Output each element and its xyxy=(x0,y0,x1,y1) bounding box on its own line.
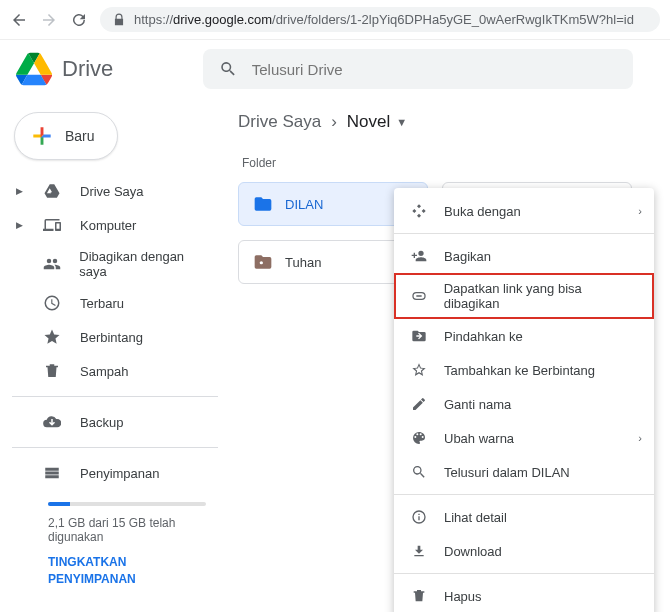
chevron-down-icon: ▼ xyxy=(396,116,407,128)
search-input[interactable] xyxy=(252,61,618,78)
link-icon xyxy=(410,287,428,305)
ctx-open-with[interactable]: Buka dengan › xyxy=(394,194,654,228)
sidebar: Baru ▶ Drive Saya ▶ Komputer Dibagikan d… xyxy=(0,98,222,612)
forward-icon[interactable] xyxy=(40,11,58,29)
lock-icon xyxy=(112,13,126,27)
sidebar-item-storage[interactable]: Penyimpanan xyxy=(8,456,222,490)
devices-icon xyxy=(42,215,62,235)
ctx-color[interactable]: Ubah warna › xyxy=(394,421,654,455)
trash-icon xyxy=(42,361,62,381)
breadcrumb: Drive Saya › Novel ▼ xyxy=(238,106,654,150)
divider xyxy=(394,233,654,234)
ctx-get-link[interactable]: Dapatkan link yang bisa dibagikan xyxy=(394,273,654,319)
sidebar-label: Backup xyxy=(80,415,123,430)
url-text: https://drive.google.com/drive/folders/1… xyxy=(134,12,634,27)
new-button[interactable]: Baru xyxy=(14,112,118,160)
upgrade-storage-link[interactable]: TINGKATKAN PENYIMPANAN xyxy=(48,554,206,588)
sidebar-item-shared[interactable]: Dibagikan dengan saya xyxy=(8,242,222,286)
star-outline-icon xyxy=(410,361,428,379)
sidebar-item-trash[interactable]: Sampah xyxy=(8,354,222,388)
chevron-right-icon: › xyxy=(638,205,642,217)
ctx-delete[interactable]: Hapus xyxy=(394,579,654,612)
info-icon xyxy=(410,508,428,526)
star-icon xyxy=(42,327,62,347)
search-icon xyxy=(410,463,428,481)
ctx-search-in[interactable]: Telusuri dalam DILAN xyxy=(394,455,654,489)
ctx-share[interactable]: Bagikan xyxy=(394,239,654,273)
new-button-label: Baru xyxy=(65,128,95,144)
ctx-download[interactable]: Download xyxy=(394,534,654,568)
move-icon xyxy=(410,327,428,345)
divider xyxy=(12,447,218,448)
drive-icon xyxy=(42,181,62,201)
plus-icon xyxy=(29,123,55,149)
reload-icon[interactable] xyxy=(70,11,88,29)
back-icon[interactable] xyxy=(10,11,28,29)
folder-name: DILAN xyxy=(285,197,323,212)
drive-logo-icon xyxy=(16,51,52,87)
chevron-right-icon: › xyxy=(638,432,642,444)
browser-bar: https://drive.google.com/drive/folders/1… xyxy=(0,0,670,40)
person-add-icon xyxy=(410,247,428,265)
context-menu: Buka dengan › Bagikan Dapatkan link yang… xyxy=(394,188,654,612)
section-label: Folder xyxy=(238,150,654,182)
sidebar-label: Sampah xyxy=(80,364,128,379)
search-icon xyxy=(219,59,237,79)
palette-icon xyxy=(410,429,428,447)
divider xyxy=(394,494,654,495)
people-icon xyxy=(42,254,62,274)
sidebar-item-computers[interactable]: ▶ Komputer xyxy=(8,208,222,242)
clock-icon xyxy=(42,293,62,313)
sidebar-item-backup[interactable]: Backup xyxy=(8,405,222,439)
ctx-star[interactable]: Tambahkan ke Berbintang xyxy=(394,353,654,387)
sidebar-item-starred[interactable]: Berbintang xyxy=(8,320,222,354)
storage-text: 2,1 GB dari 15 GB telah digunakan xyxy=(48,516,206,544)
storage-progress xyxy=(48,502,206,506)
edit-icon xyxy=(410,395,428,413)
sidebar-label: Berbintang xyxy=(80,330,143,345)
divider xyxy=(394,573,654,574)
sidebar-label: Drive Saya xyxy=(80,184,144,199)
sidebar-label: Dibagikan dengan saya xyxy=(79,249,212,279)
open-with-icon xyxy=(410,202,428,220)
folder-name: Tuhan xyxy=(285,255,321,270)
sidebar-label: Terbaru xyxy=(80,296,124,311)
divider xyxy=(12,396,218,397)
breadcrumb-root[interactable]: Drive Saya xyxy=(238,112,321,132)
chevron-right-icon: ▶ xyxy=(14,220,24,230)
product-name: Drive xyxy=(62,56,113,82)
ctx-rename[interactable]: Ganti nama xyxy=(394,387,654,421)
breadcrumb-current[interactable]: Novel ▼ xyxy=(347,112,407,132)
chevron-right-icon: ▶ xyxy=(14,186,24,196)
address-bar[interactable]: https://drive.google.com/drive/folders/1… xyxy=(100,7,660,32)
svg-point-0 xyxy=(260,261,263,264)
chevron-right-icon: › xyxy=(331,112,337,132)
app-header: Drive xyxy=(0,40,670,98)
sidebar-item-my-drive[interactable]: ▶ Drive Saya xyxy=(8,174,222,208)
sidebar-label: Komputer xyxy=(80,218,136,233)
ctx-details[interactable]: Lihat detail xyxy=(394,500,654,534)
ctx-move[interactable]: Pindahkan ke xyxy=(394,319,654,353)
shared-folder-icon xyxy=(253,252,273,272)
backup-icon xyxy=(42,412,62,432)
trash-icon xyxy=(410,587,428,605)
sidebar-label: Penyimpanan xyxy=(80,466,160,481)
download-icon xyxy=(410,542,428,560)
storage-block: 2,1 GB dari 15 GB telah digunakan TINGKA… xyxy=(8,490,222,588)
search-bar[interactable] xyxy=(203,49,633,89)
folder-icon xyxy=(253,194,273,214)
sidebar-item-recent[interactable]: Terbaru xyxy=(8,286,222,320)
storage-icon xyxy=(42,463,62,483)
